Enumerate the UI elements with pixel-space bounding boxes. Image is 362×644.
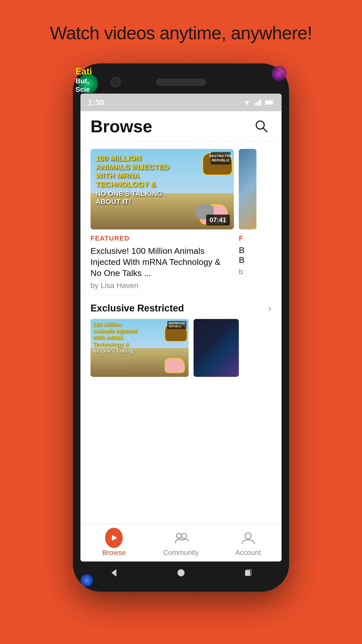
recents-icon <box>243 568 253 578</box>
community-icon <box>173 530 189 545</box>
svg-line-9 <box>263 128 267 132</box>
phone-device: 1:30 <box>73 63 289 592</box>
svg-point-15 <box>177 569 185 576</box>
bottom-nav: Browse Community <box>80 524 282 561</box>
account-nav-icon <box>239 529 257 547</box>
app-header: Browse <box>80 111 282 141</box>
svg-marker-10 <box>112 535 117 541</box>
play-icon <box>109 533 119 543</box>
partial-author: b <box>239 267 256 276</box>
status-bar: 1:30 <box>80 94 282 111</box>
partial-category-label: F <box>239 234 256 242</box>
featured-card[interactable]: 100 MillionAnimals InjectedWith mRNATech… <box>90 149 234 290</box>
account-icon <box>241 530 256 545</box>
featured-section: 100 MillionAnimals InjectedWith mRNATech… <box>80 141 282 295</box>
small-logo-badge: RESTRICTORREPUBLIC <box>167 321 187 329</box>
svg-rect-4 <box>260 99 261 106</box>
account-nav-label: Account <box>235 549 261 557</box>
community-nav-label: Community <box>163 549 199 557</box>
svg-rect-2 <box>256 102 258 106</box>
section-title: Exclusive Restricted <box>90 303 268 314</box>
featured-card-partial[interactable]: F BB b <box>239 149 256 290</box>
video-duration: 07:41 <box>206 215 230 225</box>
browse-play-button <box>105 528 123 548</box>
section-row[interactable]: Exclusive Restricted › <box>80 295 282 319</box>
video-thumbnail-main: 100 MillionAnimals InjectedWith mRNATech… <box>90 149 234 229</box>
recents-button[interactable] <box>243 568 253 578</box>
phone-bottom-bar <box>80 561 282 584</box>
nav-community[interactable]: Community <box>148 529 215 557</box>
search-icon <box>254 119 269 134</box>
small-video-card-1[interactable]: 100 MillionAnimals InjectedWith mRNATech… <box>90 319 189 377</box>
home-icon <box>176 568 186 578</box>
video-author: by Lisa Haven <box>90 281 234 290</box>
browse-nav-label: Browse <box>102 549 126 557</box>
partial-title: BB <box>239 245 256 265</box>
logo-badge: RESTRICTORREPUBLIC <box>211 152 231 165</box>
signal-icon <box>255 99 261 106</box>
svg-point-13 <box>245 533 251 539</box>
nav-account[interactable]: Account <box>214 529 282 557</box>
video-thumbnail-partial <box>239 149 256 229</box>
back-button[interactable] <box>109 568 119 578</box>
svg-rect-1 <box>255 103 256 106</box>
svg-point-12 <box>182 533 187 538</box>
small-thumbnail-1: 100 MillionAnimals InjectedWith mRNATech… <box>90 319 189 377</box>
svg-point-11 <box>176 533 182 538</box>
search-button[interactable] <box>251 116 272 136</box>
svg-rect-6 <box>273 102 274 103</box>
svg-rect-3 <box>258 101 259 106</box>
browse-nav-icon <box>105 529 123 547</box>
video-title: Exclusive! 100 Million Animals Injected … <box>90 245 234 279</box>
svg-rect-7 <box>265 101 272 104</box>
community-nav-icon <box>172 529 190 547</box>
back-icon <box>109 568 119 578</box>
scroll-content: 100 MillionAnimals InjectedWith mRNATech… <box>80 141 282 524</box>
battery-icon <box>265 100 274 105</box>
section-arrow-icon: › <box>268 303 272 314</box>
status-icons <box>243 99 274 106</box>
page-title: Browse <box>90 116 251 136</box>
tagline: Watch videos anytime, anywhere! <box>50 23 312 43</box>
featured-scroll-row: 100 MillionAnimals InjectedWith mRNATech… <box>90 149 272 290</box>
svg-point-0 <box>246 104 247 105</box>
small-video-card-2[interactable]: Eati But,Scie <box>194 319 239 377</box>
wifi-icon <box>243 99 251 106</box>
phone-screen: 1:30 <box>80 94 282 561</box>
small-videos-row: 100 MillionAnimals InjectedWith mRNATech… <box>80 319 282 382</box>
svg-marker-14 <box>111 569 116 577</box>
home-button[interactable] <box>176 568 186 578</box>
featured-category-label: FEATURED <box>90 234 234 242</box>
nav-browse[interactable]: Browse <box>80 529 148 557</box>
status-time: 1:30 <box>88 98 104 107</box>
small-thumbnail-2: Eati But,Scie <box>194 319 239 377</box>
